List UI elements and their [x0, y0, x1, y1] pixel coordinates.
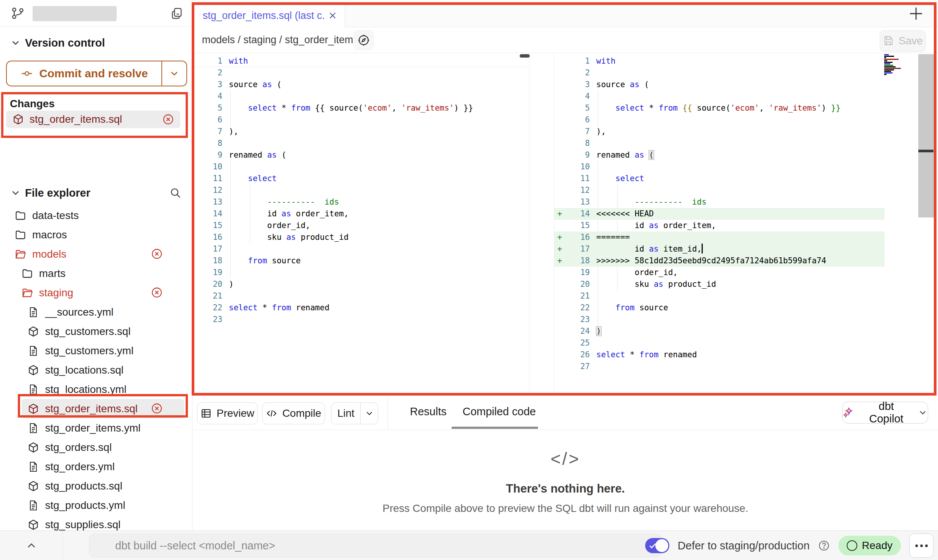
code-line[interactable]: 21	[194, 290, 529, 302]
tree-item-models[interactable]: models	[0, 244, 192, 264]
preview-button[interactable]: Preview	[197, 402, 258, 424]
new-tab-plus-icon[interactable]	[907, 5, 925, 23]
changed-file-row[interactable]: stg_order_items.sql	[6, 111, 180, 128]
tree-item-data-tests[interactable]: data-tests	[0, 206, 192, 225]
tree-item-stg_order_items.sql[interactable]: stg_order_items.sql	[22, 399, 184, 418]
tree-item-stg_customers.sql[interactable]: stg_customers.sql	[0, 322, 192, 341]
code-line[interactable]: +18>>>>>>> 58c1dd23d5eebd9cd2495fa7124ab…	[554, 255, 885, 267]
right-scrollbar-track[interactable]	[918, 54, 935, 217]
deleted-x-icon[interactable]	[151, 402, 163, 417]
code-line[interactable]: 12	[194, 185, 529, 196]
deleted-x-icon[interactable]	[151, 286, 163, 301]
code-line[interactable]: 27	[554, 361, 885, 372]
code-line[interactable]: 13 ---------- ids	[554, 196, 885, 208]
tree-item-stg_products.sql[interactable]: stg_products.sql	[0, 476, 192, 496]
code-line[interactable]: 8	[554, 138, 885, 149]
tree-item-macros[interactable]: macros	[0, 225, 192, 244]
code-line[interactable]: 8	[194, 138, 529, 149]
code-line[interactable]: 20)	[194, 278, 529, 290]
code-line[interactable]: 14 id as order_item,	[194, 208, 529, 220]
code-line[interactable]: 23	[194, 314, 529, 325]
tree-item-stg_locations.yml[interactable]: stg_locations.yml	[0, 380, 192, 399]
code-line[interactable]: 2	[194, 67, 529, 79]
code-line[interactable]: 24)	[554, 325, 885, 337]
code-line[interactable]: 17	[194, 243, 529, 255]
deleted-x-icon[interactable]	[162, 113, 174, 125]
code-line[interactable]: 15 order_id,	[194, 220, 529, 232]
tab-compiled-code[interactable]: Compiled code	[463, 405, 536, 418]
code-line[interactable]: +16=======	[554, 232, 885, 243]
code-line[interactable]: 7),	[554, 126, 885, 138]
branch-name-redacted[interactable]	[33, 6, 117, 21]
code-line[interactable]: 18 from source	[194, 255, 529, 267]
tree-item-stg_products.yml[interactable]: stg_products.yml	[0, 496, 192, 515]
chevron-up-icon[interactable]	[25, 539, 38, 552]
tree-item-stg_orders.yml[interactable]: stg_orders.yml	[0, 457, 192, 476]
lineage-compass-icon[interactable]	[353, 30, 374, 50]
code-line[interactable]: 9renamed as (	[554, 149, 885, 161]
deleted-x-icon[interactable]	[151, 248, 163, 263]
code-line[interactable]: 16 sku as product_id	[194, 232, 529, 243]
code-line[interactable]: 12	[554, 185, 885, 196]
code-line[interactable]: 6	[194, 114, 529, 126]
version-control-header[interactable]: Version control 1	[0, 32, 192, 53]
save-button[interactable]: Save	[880, 30, 926, 52]
copy-files-icon[interactable]	[170, 6, 184, 20]
commit-and-resolve-button[interactable]: Commit and resolve	[6, 61, 187, 86]
code-line[interactable]: 1with	[554, 55, 885, 67]
tree-item-staging[interactable]: staging	[0, 283, 192, 302]
editor-pane-modified[interactable]: 1with23source as (45 select * from {{ so…	[554, 53, 885, 394]
code-line[interactable]: 11 select	[194, 173, 529, 185]
code-line[interactable]: 5 select * from {{ source('ecom', 'raw_i…	[554, 102, 885, 114]
search-icon[interactable]	[169, 187, 181, 199]
code-line[interactable]: 26select * from renamed	[554, 349, 885, 361]
tree-item-stg_order_items.yml[interactable]: stg_order_items.yml	[0, 418, 192, 438]
code-line[interactable]: 11 select	[554, 173, 885, 185]
lint-dropdown-button[interactable]	[360, 403, 378, 424]
code-line[interactable]: 23	[554, 314, 885, 325]
tab-results[interactable]: Results	[410, 405, 447, 418]
code-line[interactable]: 19 order_id,	[554, 267, 885, 278]
tree-item-__sources.yml[interactable]: __sources.yml	[0, 302, 192, 322]
code-line[interactable]: +17 id as item_id,	[554, 243, 885, 255]
code-line[interactable]: 25	[554, 337, 885, 349]
code-line[interactable]: +14<<<<<<< HEAD	[554, 208, 885, 220]
close-icon[interactable]	[327, 10, 338, 21]
lint-button[interactable]: Lint	[331, 403, 360, 424]
code-line[interactable]: 9renamed as (	[194, 149, 529, 161]
defer-toggle[interactable]	[645, 538, 669, 553]
code-line[interactable]: 10	[554, 161, 885, 173]
connection-status-badge[interactable]: Ready	[838, 536, 901, 555]
code-line[interactable]: 22 from source	[554, 302, 885, 314]
code-line[interactable]: 7),	[194, 126, 529, 138]
editor-pane-original[interactable]: 1with23source as (45 select * from {{ so…	[194, 53, 530, 394]
code-line[interactable]: 3source as (	[194, 79, 529, 91]
dbt-copilot-button[interactable]: dbt Copilot	[842, 402, 928, 424]
code-line[interactable]: 21	[554, 290, 885, 302]
code-line[interactable]: 4	[194, 91, 529, 102]
left-scrollbar-thumb[interactable]	[520, 54, 530, 58]
code-line[interactable]: 15 id as order_item,	[554, 220, 885, 232]
commit-dropdown-button[interactable]	[161, 61, 186, 86]
code-line[interactable]: 13 ---------- ids	[194, 196, 529, 208]
code-line[interactable]: 3source as (	[554, 79, 885, 91]
code-line[interactable]: 4	[554, 91, 885, 102]
code-line[interactable]: 1with	[194, 55, 529, 67]
code-line[interactable]: 20 sku as product_id	[554, 278, 885, 290]
code-line[interactable]: 6	[554, 114, 885, 126]
dbt-command-input[interactable]: dbt build --select <model_name>	[89, 534, 661, 557]
file-explorer-header[interactable]: File explorer	[0, 182, 192, 203]
tab-stg-order-items[interactable]: stg_order_items.sql (last c...	[194, 3, 345, 28]
code-line[interactable]: 10	[194, 161, 529, 173]
tree-item-marts[interactable]: marts	[0, 264, 192, 283]
tree-item-stg_locations.sql[interactable]: stg_locations.sql	[0, 360, 192, 380]
code-line[interactable]: 19	[194, 267, 529, 278]
code-line[interactable]: 22select * from renamed	[194, 302, 529, 314]
help-question-icon[interactable]	[818, 540, 830, 552]
code-line[interactable]: 5 select * from {{ source('ecom', 'raw_i…	[194, 102, 529, 114]
compile-button[interactable]: Compile	[262, 402, 325, 424]
code-line[interactable]: 2	[554, 67, 885, 79]
tree-item-stg_customers.yml[interactable]: stg_customers.yml	[0, 341, 192, 360]
tree-item-stg_orders.sql[interactable]: stg_orders.sql	[0, 438, 192, 457]
more-options-button[interactable]	[909, 533, 933, 558]
